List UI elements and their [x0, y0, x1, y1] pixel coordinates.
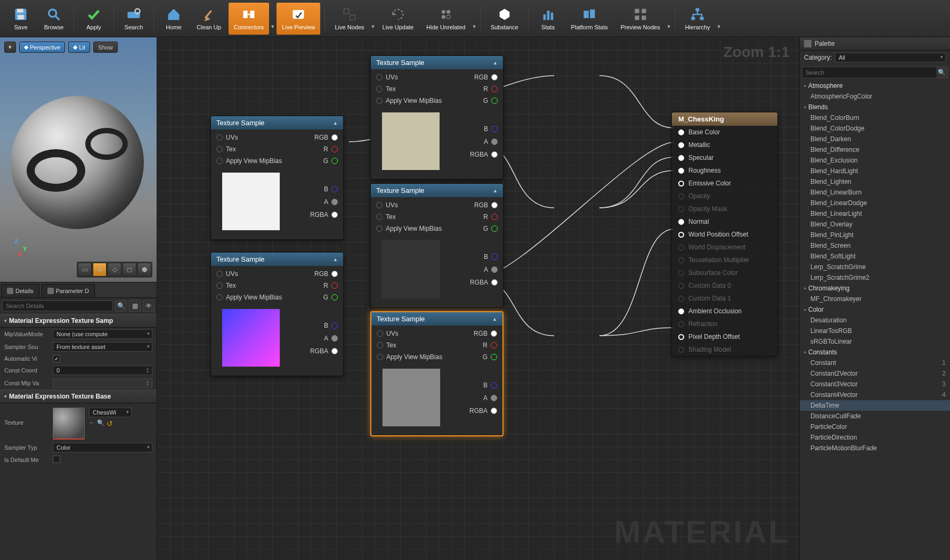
palette-item-particlemotionblurfade[interactable]: ParticleMotionBlurFade [800, 443, 950, 453]
pin-a[interactable]: A [324, 335, 338, 342]
palette-category-constants[interactable]: Constants [800, 347, 950, 358]
output-pin-normal[interactable]: Normal [672, 215, 777, 228]
toolbar-preview-nodes-button[interactable]: Preview Nodes [615, 3, 665, 35]
details-matrix-button[interactable]: ▦ [129, 300, 141, 312]
texture-name-dropdown[interactable]: ChessWi [89, 408, 132, 417]
collapse-icon[interactable]: ▲ [493, 188, 498, 193]
constmipva-input[interactable]: ▴▾ [53, 378, 152, 388]
isdefaultmesh-checkbox[interactable] [53, 456, 60, 463]
pin-b[interactable]: B [484, 125, 498, 133]
texture-sample-node-2[interactable]: Texture Sample▲UVsRGBTexRApply View MipB… [370, 183, 504, 307]
viewport-options-button[interactable]: ▾ [4, 42, 16, 53]
pin-g[interactable]: G [323, 157, 338, 165]
palette-category-blends[interactable]: Blends [800, 102, 950, 112]
perspective-button[interactable]: ◆ Perspective [19, 42, 65, 53]
palette-item-particledirection[interactable]: ParticleDirection [800, 432, 950, 443]
output-pin-ambient-occlusion[interactable]: Ambient Occlusion [672, 305, 777, 318]
pin-tex[interactable]: Tex [376, 213, 396, 221]
palette-item-blend_screen[interactable]: Blend_Screen [800, 240, 950, 251]
palette-item-lerp_scratchgrime2[interactable]: Lerp_ScratchGrime2 [800, 272, 950, 283]
material-output-node[interactable]: M_ChessKing Base ColorMetallicSpecularRo… [671, 112, 778, 356]
pin-g[interactable]: G [483, 353, 497, 361]
pin-rgb[interactable]: RGB [474, 74, 498, 81]
shape-mesh-button[interactable]: ⬢ [137, 263, 151, 277]
toolbar-hierarchy-button[interactable]: Hierarchy [680, 3, 716, 35]
palette-item-blend_softlight[interactable]: Blend_SoftLight [800, 251, 950, 262]
pin-a[interactable]: A [324, 198, 338, 206]
pin-rgba[interactable]: RGBA [470, 279, 498, 286]
pin-rgba[interactable]: RGBA [310, 211, 338, 218]
palette-item-blend_difference[interactable]: Blend_Difference [800, 144, 950, 155]
palette-item-desaturation[interactable]: Desaturation [800, 315, 950, 326]
palette-item-constant3vector[interactable]: Constant3Vector3 [800, 379, 950, 389]
samplertype-dropdown[interactable]: Color [53, 443, 152, 452]
texture-sample-node-0[interactable]: Texture Sample▲UVsRGBTexRApply View MipB… [210, 116, 344, 240]
section-texture-base[interactable]: Material Expression Texture Base [0, 389, 157, 403]
texture-thumbnail[interactable] [53, 408, 85, 440]
palette-item-blend_colordodge[interactable]: Blend_ColorDodge [800, 123, 950, 134]
shape-cube-button[interactable]: ◻ [123, 263, 136, 277]
pin-g[interactable]: G [483, 225, 498, 232]
palette-category-color[interactable]: Color [800, 304, 950, 315]
preview-viewport[interactable]: ▾ ◆ Perspective ◆ Lit Show Z Y X ▭ ● ◇ ◻… [0, 37, 157, 282]
node-header[interactable]: Texture Sample▲ [371, 312, 502, 326]
pin-rgb[interactable]: RGB [314, 134, 338, 141]
lit-button[interactable]: ◆ Lit [68, 42, 90, 53]
palette-item-mf_chromakeyer[interactable]: MF_Chromakeyer [800, 294, 950, 304]
palette-category-atmosphere[interactable]: Atmosphere [800, 80, 950, 91]
palette-item-lerp_scratchgrime[interactable]: Lerp_ScratchGrime [800, 262, 950, 272]
pin-r[interactable]: R [323, 145, 338, 153]
output-pin-world-position-offset[interactable]: World Position Offset [672, 228, 777, 241]
pin-g[interactable]: G [323, 294, 338, 301]
pin-uvs[interactable]: UVs [376, 74, 398, 81]
palette-item-blend_pinlight[interactable]: Blend_PinLight [800, 230, 950, 240]
pin-rgb[interactable]: RGB [474, 201, 498, 209]
pin-b[interactable]: B [483, 382, 497, 389]
pin-a[interactable]: A [483, 394, 497, 402]
node-header[interactable]: Texture Sample▲ [371, 56, 503, 69]
collapse-icon[interactable]: ▲ [493, 60, 498, 66]
collapse-icon[interactable]: ▲ [333, 120, 338, 126]
pin-mipbias[interactable]: Apply View MipBias [377, 353, 442, 361]
output-pin-emissive-color[interactable]: Emissive Color [672, 177, 777, 190]
texture-find-button[interactable]: 🔍 [97, 419, 104, 428]
pin-r[interactable]: R [483, 213, 498, 221]
pin-rgba[interactable]: RGBA [470, 151, 498, 158]
toolbar-hierarchy-arrow[interactable]: ▼ [717, 3, 722, 35]
texture-sample-node-1[interactable]: Texture Sample▲UVsRGBTexRApply View MipB… [370, 55, 504, 180]
toolbar-connectors-button[interactable]: Connectors [229, 3, 269, 35]
palette-item-constant[interactable]: Constant1 [800, 358, 950, 368]
output-pin-pixel-depth-offset[interactable]: Pixel Depth Offset [672, 330, 777, 343]
pin-a[interactable]: A [484, 266, 498, 273]
palette-item-blend_lighten[interactable]: Blend_Lighten [800, 176, 950, 187]
pin-rgb[interactable]: RGB [314, 270, 338, 278]
palette-item-deltatime[interactable]: DeltaTime [800, 400, 950, 411]
texture-sample-node-3[interactable]: Texture Sample▲UVsRGBTexRApply View MipB… [210, 252, 344, 376]
pin-uvs[interactable]: UVs [377, 330, 399, 337]
palette-category-chromakeying[interactable]: Chromakeying [800, 283, 950, 294]
toolbar-hide-unrelated-button[interactable]: Hide Unrelated [421, 3, 470, 35]
pin-r[interactable]: R [483, 342, 497, 349]
palette-header[interactable]: Palette [800, 37, 950, 51]
texture-reset-button[interactable]: ↺ [107, 419, 113, 428]
details-search-button[interactable]: 🔍 [115, 300, 127, 312]
shape-sphere-button[interactable]: ● [93, 263, 107, 277]
palette-item-atmosphericfogcolor[interactable]: AtmosphericFogColor [800, 91, 950, 102]
output-pin-specular[interactable]: Specular [672, 151, 777, 164]
pin-mipbias[interactable]: Apply View MipBias [216, 157, 282, 165]
show-button[interactable]: Show [93, 42, 118, 53]
pin-r[interactable]: R [483, 85, 498, 93]
toolbar-clean-up-button[interactable]: Clean Up [191, 3, 226, 35]
pin-b[interactable]: B [484, 253, 498, 261]
node-header[interactable]: Texture Sample▲ [211, 253, 343, 266]
palette-item-blend_linearburn[interactable]: Blend_LinearBurn [800, 187, 950, 198]
palette-item-blend_darken[interactable]: Blend_Darken [800, 134, 950, 144]
toolbar-hide-unrelated-arrow[interactable]: ▼ [472, 3, 477, 35]
palette-item-blend_hardlight[interactable]: Blend_HardLight [800, 166, 950, 176]
toolbar-home-button[interactable]: Home [158, 3, 189, 35]
details-search-input[interactable] [2, 301, 113, 311]
palette-item-blend_colorburn[interactable]: Blend_ColorBurn [800, 112, 950, 123]
toolbar-live-update-button[interactable]: Live Update [377, 3, 419, 35]
pin-rgb[interactable]: RGB [474, 330, 497, 337]
palette-item-blend_overlay[interactable]: Blend_Overlay [800, 219, 950, 230]
